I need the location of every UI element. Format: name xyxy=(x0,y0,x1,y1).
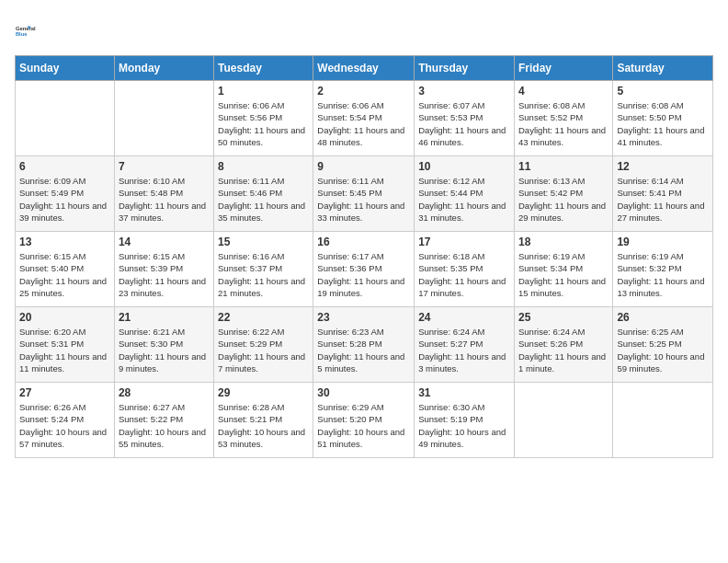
day-cell: 24Sunrise: 6:24 AM Sunset: 5:27 PM Dayli… xyxy=(415,307,515,383)
day-number: 9 xyxy=(317,160,410,173)
day-cell: 28Sunrise: 6:27 AM Sunset: 5:22 PM Dayli… xyxy=(114,383,213,458)
day-detail: Sunrise: 6:06 AM Sunset: 5:56 PM Dayligh… xyxy=(218,99,309,148)
day-cell xyxy=(114,81,213,156)
day-number: 10 xyxy=(418,160,510,173)
calendar-table: SundayMondayTuesdayWednesdayThursdayFrid… xyxy=(15,55,713,458)
day-cell xyxy=(16,81,115,156)
day-number: 16 xyxy=(317,236,410,248)
week-row-0: 1Sunrise: 6:06 AM Sunset: 5:56 PM Daylig… xyxy=(16,81,713,156)
day-detail: Sunrise: 6:16 AM Sunset: 5:37 PM Dayligh… xyxy=(218,250,309,299)
day-number: 15 xyxy=(218,236,309,248)
day-detail: Sunrise: 6:27 AM Sunset: 5:22 PM Dayligh… xyxy=(119,401,210,450)
day-detail: Sunrise: 6:12 AM Sunset: 5:44 PM Dayligh… xyxy=(418,175,510,224)
day-detail: Sunrise: 6:17 AM Sunset: 5:36 PM Dayligh… xyxy=(317,250,410,299)
day-detail: Sunrise: 6:24 AM Sunset: 5:27 PM Dayligh… xyxy=(418,326,510,374)
day-detail: Sunrise: 6:08 AM Sunset: 5:52 PM Dayligh… xyxy=(518,99,609,148)
column-header-friday: Friday xyxy=(514,56,612,81)
header-row: SundayMondayTuesdayWednesdayThursdayFrid… xyxy=(16,56,713,81)
day-cell: 11Sunrise: 6:13 AM Sunset: 5:42 PM Dayli… xyxy=(514,156,612,232)
week-row-2: 13Sunrise: 6:15 AM Sunset: 5:40 PM Dayli… xyxy=(16,232,713,307)
day-detail: Sunrise: 6:29 AM Sunset: 5:20 PM Dayligh… xyxy=(317,401,410,450)
day-detail: Sunrise: 6:07 AM Sunset: 5:53 PM Dayligh… xyxy=(418,99,510,148)
day-cell: 8Sunrise: 6:11 AM Sunset: 5:46 PM Daylig… xyxy=(214,156,313,232)
day-cell: 19Sunrise: 6:19 AM Sunset: 5:32 PM Dayli… xyxy=(613,232,713,307)
day-cell: 4Sunrise: 6:08 AM Sunset: 5:52 PM Daylig… xyxy=(514,81,612,156)
day-number: 17 xyxy=(418,236,510,248)
day-number: 28 xyxy=(119,386,210,399)
day-number: 30 xyxy=(317,386,410,399)
week-row-1: 6Sunrise: 6:09 AM Sunset: 5:49 PM Daylig… xyxy=(16,156,713,232)
day-cell: 17Sunrise: 6:18 AM Sunset: 5:35 PM Dayli… xyxy=(415,232,515,307)
day-number: 23 xyxy=(317,311,410,324)
day-detail: Sunrise: 6:18 AM Sunset: 5:35 PM Dayligh… xyxy=(418,250,510,299)
day-number: 13 xyxy=(19,236,110,248)
day-cell: 12Sunrise: 6:14 AM Sunset: 5:41 PM Dayli… xyxy=(613,156,713,232)
day-cell: 7Sunrise: 6:10 AM Sunset: 5:48 PM Daylig… xyxy=(114,156,213,232)
day-number: 25 xyxy=(518,311,609,324)
day-detail: Sunrise: 6:09 AM Sunset: 5:49 PM Dayligh… xyxy=(19,175,110,224)
day-cell: 23Sunrise: 6:23 AM Sunset: 5:28 PM Dayli… xyxy=(313,307,415,383)
svg-text:Blue: Blue xyxy=(16,31,28,37)
day-detail: Sunrise: 6:06 AM Sunset: 5:54 PM Dayligh… xyxy=(317,99,410,148)
day-number: 22 xyxy=(218,311,309,324)
day-number: 8 xyxy=(218,160,309,173)
day-number: 4 xyxy=(518,85,609,98)
day-cell xyxy=(514,383,612,458)
day-number: 20 xyxy=(19,311,110,324)
day-number: 26 xyxy=(617,311,709,324)
day-cell: 10Sunrise: 6:12 AM Sunset: 5:44 PM Dayli… xyxy=(415,156,515,232)
day-cell: 21Sunrise: 6:21 AM Sunset: 5:30 PM Dayli… xyxy=(114,307,213,383)
logo: General Blue xyxy=(15,15,48,48)
day-number: 2 xyxy=(317,85,410,98)
day-cell: 15Sunrise: 6:16 AM Sunset: 5:37 PM Dayli… xyxy=(214,232,313,307)
day-number: 7 xyxy=(119,160,210,173)
column-header-tuesday: Tuesday xyxy=(214,56,313,81)
day-cell: 14Sunrise: 6:15 AM Sunset: 5:39 PM Dayli… xyxy=(114,232,213,307)
day-number: 3 xyxy=(418,85,510,98)
day-detail: Sunrise: 6:15 AM Sunset: 5:39 PM Dayligh… xyxy=(119,250,210,299)
column-header-monday: Monday xyxy=(114,56,213,81)
day-number: 19 xyxy=(617,236,709,248)
day-detail: Sunrise: 6:25 AM Sunset: 5:25 PM Dayligh… xyxy=(617,326,709,374)
day-cell xyxy=(613,383,713,458)
day-cell: 1Sunrise: 6:06 AM Sunset: 5:56 PM Daylig… xyxy=(214,81,313,156)
day-cell: 3Sunrise: 6:07 AM Sunset: 5:53 PM Daylig… xyxy=(415,81,515,156)
day-number: 24 xyxy=(418,311,510,324)
day-cell: 22Sunrise: 6:22 AM Sunset: 5:29 PM Dayli… xyxy=(214,307,313,383)
day-detail: Sunrise: 6:08 AM Sunset: 5:50 PM Dayligh… xyxy=(617,99,709,148)
day-cell: 9Sunrise: 6:11 AM Sunset: 5:45 PM Daylig… xyxy=(313,156,415,232)
day-detail: Sunrise: 6:24 AM Sunset: 5:26 PM Dayligh… xyxy=(518,326,609,374)
day-number: 31 xyxy=(418,386,510,399)
day-number: 18 xyxy=(518,236,609,248)
day-detail: Sunrise: 6:15 AM Sunset: 5:40 PM Dayligh… xyxy=(19,250,110,299)
day-detail: Sunrise: 6:23 AM Sunset: 5:28 PM Dayligh… xyxy=(317,326,410,374)
day-number: 1 xyxy=(218,85,309,98)
day-cell: 5Sunrise: 6:08 AM Sunset: 5:50 PM Daylig… xyxy=(613,81,713,156)
day-number: 11 xyxy=(518,160,609,173)
day-number: 27 xyxy=(19,386,110,399)
day-detail: Sunrise: 6:13 AM Sunset: 5:42 PM Dayligh… xyxy=(518,175,609,224)
day-cell: 29Sunrise: 6:28 AM Sunset: 5:21 PM Dayli… xyxy=(214,383,313,458)
day-cell: 27Sunrise: 6:26 AM Sunset: 5:24 PM Dayli… xyxy=(16,383,115,458)
day-detail: Sunrise: 6:20 AM Sunset: 5:31 PM Dayligh… xyxy=(19,326,110,374)
day-number: 21 xyxy=(119,311,210,324)
day-detail: Sunrise: 6:11 AM Sunset: 5:46 PM Dayligh… xyxy=(218,175,309,224)
day-detail: Sunrise: 6:11 AM Sunset: 5:45 PM Dayligh… xyxy=(317,175,410,224)
day-detail: Sunrise: 6:30 AM Sunset: 5:19 PM Dayligh… xyxy=(418,401,510,450)
day-number: 5 xyxy=(617,85,709,98)
day-cell: 18Sunrise: 6:19 AM Sunset: 5:34 PM Dayli… xyxy=(514,232,612,307)
day-cell: 25Sunrise: 6:24 AM Sunset: 5:26 PM Dayli… xyxy=(514,307,612,383)
page-header: General Blue xyxy=(15,15,713,48)
day-cell: 20Sunrise: 6:20 AM Sunset: 5:31 PM Dayli… xyxy=(16,307,115,383)
logo-icon: General Blue xyxy=(15,15,48,48)
day-cell: 30Sunrise: 6:29 AM Sunset: 5:20 PM Dayli… xyxy=(313,383,415,458)
column-header-saturday: Saturday xyxy=(613,56,713,81)
column-header-wednesday: Wednesday xyxy=(313,56,415,81)
day-detail: Sunrise: 6:28 AM Sunset: 5:21 PM Dayligh… xyxy=(218,401,309,450)
day-number: 6 xyxy=(19,160,110,173)
day-detail: Sunrise: 6:21 AM Sunset: 5:30 PM Dayligh… xyxy=(119,326,210,374)
day-cell: 26Sunrise: 6:25 AM Sunset: 5:25 PM Dayli… xyxy=(613,307,713,383)
day-number: 12 xyxy=(617,160,709,173)
day-cell: 13Sunrise: 6:15 AM Sunset: 5:40 PM Dayli… xyxy=(16,232,115,307)
day-cell: 6Sunrise: 6:09 AM Sunset: 5:49 PM Daylig… xyxy=(16,156,115,232)
